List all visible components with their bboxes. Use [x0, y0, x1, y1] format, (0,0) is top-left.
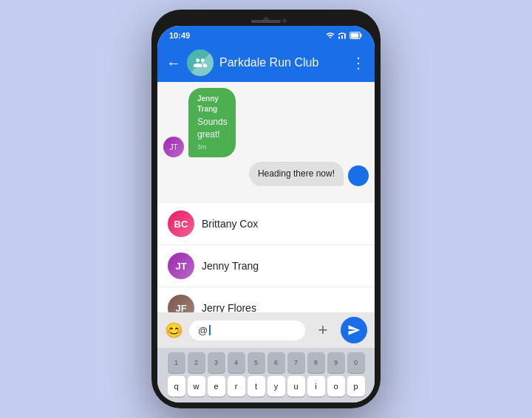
mention-name-jenny: Jenny Trang — [202, 260, 259, 272]
phone-body: 10:49 — [151, 10, 381, 408]
mention-item-jerry[interactable]: JF Jerry Flores — [157, 287, 375, 312]
key-o[interactable]: o — [327, 376, 345, 397]
status-time: 10:49 — [169, 31, 190, 40]
sender-avatar: JT — [163, 137, 184, 157]
message-sender: Jenny Trang — [197, 94, 227, 114]
send-button[interactable] — [341, 317, 367, 343]
message-text: Sounds great! — [197, 116, 227, 141]
input-bar: 😊 @ + — [157, 312, 375, 348]
my-avatar — [348, 165, 369, 186]
wifi-icon — [326, 31, 335, 40]
key-6[interactable]: 6 — [267, 352, 285, 373]
svg-rect-0 — [338, 37, 340, 39]
mention-name-jerry: Jerry Flores — [202, 302, 256, 312]
mention-list: BC Brittany Cox JT Jenny Trang JF Jerry … — [157, 203, 375, 312]
message-text-sent: Heading there now! — [258, 168, 335, 180]
mention-avatar-jenny: JT — [168, 253, 194, 279]
message-bubble-sent: Heading there now! — [249, 162, 344, 186]
key-e[interactable]: e — [208, 376, 225, 397]
message-sent: Heading there now! — [163, 162, 369, 186]
message-received: JT Jenny Trang Sounds great! 3m — [163, 88, 369, 157]
svg-rect-1 — [341, 35, 343, 39]
message-time: 3m — [197, 143, 227, 152]
svg-rect-5 — [351, 33, 359, 38]
key-w[interactable]: w — [188, 376, 205, 397]
top-bar: ← Parkdale Run Club ⋮ — [157, 44, 375, 82]
back-button[interactable]: ← — [166, 55, 181, 72]
mention-avatar-jerry: JF — [168, 295, 194, 312]
group-icon — [193, 55, 208, 70]
key-4[interactable]: 4 — [228, 352, 245, 373]
key-i[interactable]: i — [307, 376, 325, 397]
mention-avatar-brittany: BC — [168, 210, 194, 237]
key-8[interactable]: 8 — [307, 352, 325, 373]
key-2[interactable]: 2 — [188, 352, 205, 373]
key-7[interactable]: 7 — [287, 352, 305, 373]
svg-rect-4 — [360, 34, 361, 38]
svg-rect-2 — [344, 35, 346, 39]
emoji-button[interactable]: 😊 — [165, 321, 183, 339]
key-5[interactable]: 5 — [248, 352, 265, 373]
status-bar: 10:49 — [157, 26, 375, 44]
mention-item-jenny[interactable]: JT Jenny Trang — [157, 245, 375, 287]
mention-name-brittany: Brittany Cox — [202, 218, 258, 230]
speaker — [251, 20, 281, 23]
signal-icon — [338, 31, 347, 40]
message-bubble-received: Jenny Trang Sounds great! 3m — [188, 88, 236, 157]
chat-title: Parkdale Run Club — [219, 56, 345, 69]
chat-area: JT Jenny Trang Sounds great! 3m Heading … — [157, 82, 375, 203]
battery-icon — [349, 31, 363, 40]
key-p[interactable]: p — [347, 376, 365, 397]
message-input[interactable]: @ — [189, 321, 305, 340]
key-r[interactable]: r — [228, 376, 245, 397]
status-icons — [326, 31, 363, 40]
keyboard-numbers-row: 1 2 3 4 5 6 7 8 9 0 — [160, 352, 372, 373]
send-icon — [347, 323, 361, 337]
group-avatar — [187, 49, 214, 76]
more-options-button[interactable]: ⋮ — [351, 54, 366, 72]
key-t[interactable]: t — [248, 376, 265, 397]
add-attachment-button[interactable]: + — [311, 318, 335, 342]
cursor — [209, 325, 211, 335]
key-y[interactable]: y — [267, 376, 285, 397]
keyboard: 1 2 3 4 5 6 7 8 9 0 q w e r t — [157, 348, 375, 402]
key-9[interactable]: 9 — [327, 352, 345, 373]
phone-frame: 10:49 — [151, 10, 381, 408]
phone-screen: 10:49 — [157, 26, 375, 402]
key-3[interactable]: 3 — [208, 352, 225, 373]
camera-secondary — [282, 18, 287, 23]
mention-item-brittany[interactable]: BC Brittany Cox — [157, 203, 375, 245]
key-1[interactable]: 1 — [168, 352, 185, 373]
key-u[interactable]: u — [287, 376, 305, 397]
keyboard-qwerty-row: q w e r t y u i o p — [160, 376, 372, 397]
key-q[interactable]: q — [168, 376, 185, 397]
at-prefix: @ — [198, 325, 208, 336]
key-0[interactable]: 0 — [347, 352, 365, 373]
